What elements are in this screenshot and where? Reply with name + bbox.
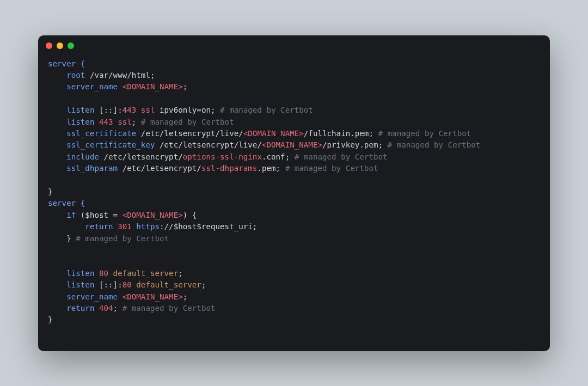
code-token: /etc/letsencrypt/ [118, 164, 201, 173]
code-token: ; [178, 269, 183, 278]
code-token: return [66, 304, 94, 313]
code-line: } [48, 186, 540, 198]
code-token: # managed by Certbot [122, 304, 216, 313]
code-line: listen [::]:80 default_server; [48, 279, 540, 291]
code-token [48, 280, 66, 289]
code-token: ssl_certificate [66, 129, 136, 138]
code-token [118, 292, 122, 301]
code-token: # managed by Certbot [220, 106, 313, 114]
code-token: ; [183, 292, 188, 301]
code-token: <DOMAIN_NAME> [122, 292, 183, 301]
code-token: # managed by Certbot [76, 234, 169, 243]
code-token: [::]: [94, 106, 122, 114]
code-line: return 301 https://$host$request_uri; [48, 221, 540, 232]
code-token: } [48, 234, 76, 243]
code-token: ssl [141, 106, 155, 114]
code-token: /fullchain.pem; [304, 129, 378, 138]
code-token: ; [113, 304, 122, 313]
code-token: return [85, 222, 113, 231]
code-token [48, 304, 66, 313]
code-line: listen 443 ssl; # managed by Certbot [48, 117, 540, 128]
code-token [48, 152, 66, 161]
code-line: server { [48, 198, 540, 209]
code-token [118, 82, 122, 91]
code-token: # managed by Certbot [295, 152, 388, 161]
code-token [48, 71, 66, 79]
code-token: listen [66, 280, 94, 289]
code-token: <DOMAIN_NAME> [122, 211, 183, 219]
code-line [48, 256, 540, 267]
code-token [48, 140, 66, 149]
code-line: listen 80 default_server; [48, 268, 540, 279]
code-token: listen [66, 269, 94, 278]
code-token [48, 106, 66, 114]
code-token: server { [48, 59, 85, 68]
code-line: root /var/www/html; [48, 70, 540, 81]
code-token [94, 304, 99, 313]
code-token: options-ssl-nginx [183, 152, 262, 161]
code-token: ; [183, 82, 188, 91]
code-line: return 404; # managed by Certbot [48, 303, 540, 314]
code-token: <DOMAIN_NAME> [122, 82, 183, 91]
code-token: } [48, 187, 53, 196]
code-token: if [66, 211, 76, 219]
code-token: 80 [122, 280, 132, 289]
terminal-window: server { root /var/www/html; server_name… [38, 35, 550, 351]
window-titlebar [38, 35, 550, 56]
code-line: listen [::]:443 ssl ipv6only=on; # manag… [48, 105, 540, 116]
code-line: ssl_certificate /etc/letsencrypt/live/<D… [48, 128, 540, 139]
minimize-icon[interactable] [57, 42, 63, 49]
code-token: default_server [113, 269, 179, 278]
code-line: } # managed by Certbot [48, 233, 540, 244]
code-line: ssl_certificate_key /etc/letsencrypt/liv… [48, 139, 540, 151]
code-token: ) { [183, 211, 197, 219]
code-line: include /etc/letsencrypt/options-ssl-ngi… [48, 151, 540, 163]
code-token: # managed by Certbot [285, 164, 378, 173]
code-token: ssl-dhparams [201, 164, 258, 173]
code-token: ssl_certificate_key [66, 140, 155, 149]
code-token: /var/www/html; [85, 71, 155, 79]
code-token: ; [132, 118, 141, 126]
code-token: 443 [99, 118, 113, 126]
code-token: 443 [122, 106, 137, 114]
code-token: ($host = [76, 211, 122, 219]
zoom-icon[interactable] [68, 42, 74, 49]
code-token [48, 82, 66, 91]
code-token: /etc/letsencrypt/ [99, 152, 183, 161]
code-token: 301 [118, 222, 132, 231]
code-token [48, 118, 66, 126]
code-token [48, 129, 66, 138]
code-token: server_name [66, 292, 118, 301]
code-token [113, 118, 118, 126]
code-block: server { root /var/www/html; server_name… [38, 56, 550, 351]
code-token [136, 106, 141, 114]
code-token: server_name [66, 82, 118, 91]
code-line: if ($host = <DOMAIN_NAME>) { [48, 210, 540, 221]
code-token: } [48, 315, 53, 324]
code-line: } [48, 314, 540, 326]
code-token: ; [201, 280, 206, 289]
code-token: //$host$request_uri; [164, 222, 258, 231]
code-token [48, 164, 66, 173]
code-token: /privkey.pem; [322, 140, 388, 149]
code-token: # managed by Certbot [141, 118, 234, 126]
close-icon[interactable] [46, 42, 52, 49]
code-token: # managed by Certbot [378, 129, 471, 138]
code-token: default_server [136, 280, 201, 289]
code-token: .conf; [262, 152, 295, 161]
code-token: [::]: [94, 280, 122, 289]
code-token [113, 222, 118, 231]
code-token [94, 269, 99, 278]
code-line: server_name <DOMAIN_NAME>; [48, 291, 540, 303]
code-line [48, 244, 540, 256]
code-token [48, 211, 66, 219]
code-line: ssl_dhparam /etc/letsencrypt/ssl-dhparam… [48, 163, 540, 174]
code-token: listen [66, 106, 94, 114]
code-token: include [66, 152, 99, 161]
code-token: <DOMAIN_NAME> [243, 129, 304, 138]
code-token [48, 222, 85, 231]
code-token [48, 269, 66, 278]
code-line [48, 93, 540, 105]
code-token [108, 269, 113, 278]
code-token: https [136, 222, 160, 231]
